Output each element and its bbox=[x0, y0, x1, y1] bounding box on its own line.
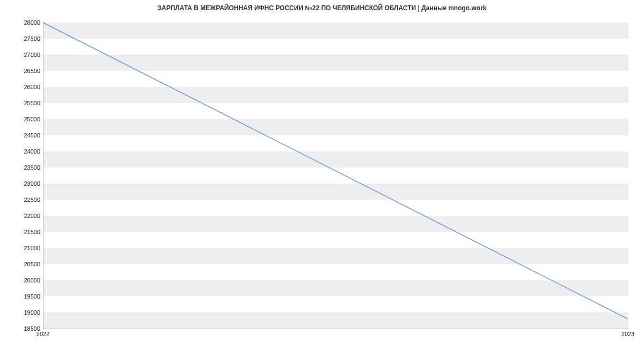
chart-container: ЗАРПЛАТА В МЕЖРАЙОННАЯ ИФНС РОССИИ №22 П… bbox=[0, 0, 644, 349]
y-tick-label: 19500 bbox=[3, 293, 40, 300]
y-tick-label: 26000 bbox=[3, 84, 40, 90]
y-tick-label: 18500 bbox=[3, 325, 40, 332]
y-tick-label: 21000 bbox=[3, 245, 40, 251]
y-tick-label: 27000 bbox=[3, 52, 40, 58]
series-line bbox=[43, 23, 628, 319]
y-tick-label: 22500 bbox=[3, 197, 40, 203]
y-tick-label: 20000 bbox=[3, 277, 40, 283]
y-tick-label: 24000 bbox=[3, 148, 40, 155]
y-tick-label: 24500 bbox=[3, 132, 40, 139]
y-tick-label: 19000 bbox=[3, 309, 40, 316]
line-layer bbox=[43, 23, 628, 329]
y-tick-label: 28000 bbox=[3, 19, 40, 26]
y-tick-label: 25000 bbox=[3, 116, 40, 122]
y-tick-label: 27500 bbox=[3, 35, 40, 42]
y-tick-label: 22000 bbox=[3, 213, 40, 219]
x-tick-label: 2022 bbox=[36, 331, 49, 337]
y-tick-label: 21500 bbox=[3, 229, 40, 235]
y-tick-label: 26500 bbox=[3, 68, 40, 74]
y-tick-label: 23000 bbox=[3, 180, 40, 187]
chart-title: ЗАРПЛАТА В МЕЖРАЙОННАЯ ИФНС РОССИИ №22 П… bbox=[0, 4, 644, 12]
y-tick-label: 25500 bbox=[3, 100, 40, 106]
x-tick-label: 2023 bbox=[621, 331, 634, 337]
y-tick-label: 20500 bbox=[3, 261, 40, 267]
y-tick-label: 23500 bbox=[3, 164, 40, 171]
